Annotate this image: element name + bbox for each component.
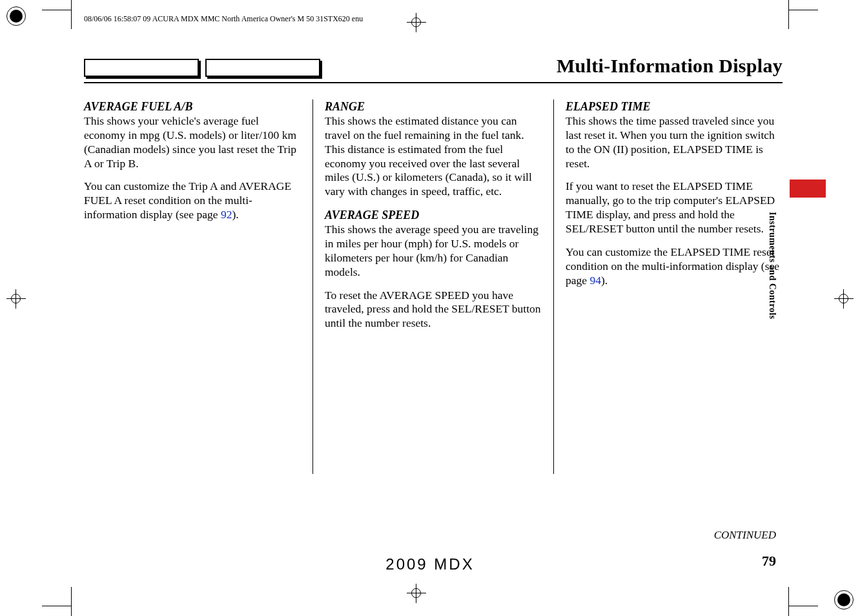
crop-mark (71, 587, 72, 616)
target-mark-icon (6, 289, 26, 309)
body-text: You can customize the Trip A and AVERAGE… (84, 180, 301, 222)
page-reference: 92 (221, 208, 232, 221)
header-box (205, 59, 320, 77)
continued-label: CONTINUED (714, 529, 776, 542)
body-text: You can customize the ELAPSED TIME reset… (566, 245, 783, 288)
subheading-range: RANGE (325, 100, 365, 113)
crop-mark (788, 0, 789, 29)
column-3: ELAPSED TIME This shows the time passed … (553, 99, 783, 474)
target-mark-icon (407, 584, 426, 603)
body-text: This shows the average speed you are tra… (325, 223, 538, 278)
crop-mark (789, 606, 818, 606)
target-mark-icon (407, 13, 426, 32)
page-title: Multi-Information Display (557, 55, 783, 77)
body-text: ). (232, 208, 238, 221)
column-1: AVERAGE FUEL A/B This shows your vehicle… (84, 99, 312, 474)
body-text: This shows your vehicle's average fuel e… (84, 114, 296, 170)
crop-mark (71, 0, 72, 29)
crop-mark (42, 10, 71, 10)
body-text: If you want to reset the ELAPSED TIME ma… (566, 180, 783, 236)
body-text: This shows the time passed traveled sinc… (566, 114, 775, 170)
header-box (84, 59, 199, 77)
section-tab (790, 180, 826, 198)
body-text: ). (601, 274, 608, 287)
body-text: You can customize the Trip A and AVERAGE… (84, 180, 291, 221)
registration-mark-icon (834, 590, 854, 610)
crop-mark (789, 10, 818, 10)
registration-mark-icon (6, 6, 26, 26)
crop-mark (42, 606, 71, 606)
crop-mark (788, 587, 789, 616)
column-2: RANGE This shows the estimated distance … (312, 99, 553, 474)
body-text: To reset the AVERAGE SPEED you have trav… (325, 289, 542, 331)
subheading-average-speed: AVERAGE SPEED (325, 209, 419, 221)
header-metadata: 08/06/06 16:58:07 09 ACURA MDX MMC North… (84, 14, 363, 24)
subheading-elapsed-time: ELAPSED TIME (566, 100, 651, 113)
footer-model: 2009 MDX (0, 555, 860, 573)
subheading-average-fuel: AVERAGE FUEL A/B (84, 100, 192, 113)
body-text: This shows the estimated distance you ca… (325, 114, 532, 198)
page-number: 79 (762, 553, 776, 570)
target-mark-icon (834, 289, 854, 309)
page-reference: 94 (589, 274, 601, 287)
page-content: Multi-Information Display AVERAGE FUEL A… (84, 55, 783, 551)
